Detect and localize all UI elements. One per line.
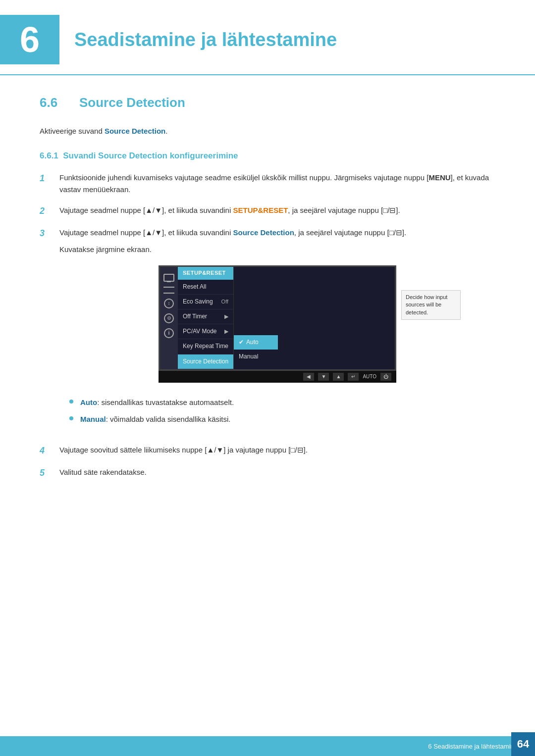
menu-wrapper: SETUP&RESET Reset All Eco SavingOff Off … [178,267,278,369]
source-detection-highlight: Source Detection [233,228,294,237]
info-icon: i [164,328,174,338]
bullet-auto-text: Auto: sisendallikas tuvastatakse automaa… [80,397,234,408]
subsection-title: Suvandi Source Detection konfigureerimin… [63,151,238,160]
monitor-bottom: ◀ ▼ ▲ ↵ AUTO ⏻ [159,371,396,383]
page-footer: 6 Seadistamine ja lähtestamine 64 [0,736,535,756]
menu-item-source-detection: Source Detection [178,354,233,369]
intro-paragraph: Aktiveerige suvand Source Detection. [40,125,495,137]
chapter-title: Seadistamine ja lähtestamine [74,29,337,50]
submenu-auto: ✔ Auto [234,335,278,350]
section-heading: 6.6 Source Detection [40,95,495,110]
bottom-label-auto: AUTO [363,373,376,381]
step-5: 5 Valitud säte rakendatakse. [40,466,495,480]
btn-enter: ↵ [348,373,359,381]
menu-sub: ✔ Auto Manual [233,267,278,369]
menu-item-timer: Off Timer▶ [178,309,233,324]
step-number-3: 3 [40,227,54,240]
menu-header: SETUP&RESET [178,267,233,280]
screen-container: ↕ ⚙ i [59,265,495,383]
step-number-2: 2 [40,204,54,218]
page-number: 64 [511,732,535,756]
menu-item-eco: Eco SavingOff [178,295,233,309]
gear-icon: ⚙ [164,313,174,323]
subsection-number: 6.6.1 [40,151,58,160]
intro-prefix: Aktiveerige suvand [40,127,105,135]
steps-list: 1 Funktsioonide juhendi kuvamiseks vajut… [40,172,495,480]
btn-up: ▲ [333,373,344,381]
sidebar-icons: ↕ ⚙ i [160,267,178,369]
menu-item-reset: Reset All [178,280,233,295]
menu-item-pcav: PC/AV Mode▶ [178,324,233,339]
step-text-3: Vajutage seadmel nuppe [▲/▼], et liikuda… [59,227,495,435]
chapter-number: 6 [0,15,59,64]
step-text-5: Valitud säte rakendatakse. [59,466,495,478]
subsection-heading: 6.6.1 Suvandi Source Detection konfigure… [40,151,495,161]
setup-reset-highlight: SETUP&RESET [233,206,288,214]
step-1: 1 Funktsioonide juhendi kuvamiseks vajut… [40,172,495,196]
step-2: 2 Vajutage seadmel nuppe [▲/▼], et liiku… [40,204,495,218]
main-content: 6.6 Source Detection Aktiveerige suvand … [0,95,535,529]
footer-chapter-ref: 6 Seadistamine ja lähtestamine [428,743,518,750]
step-4: 4 Vajutage soovitud sättele liikumiseks … [40,444,495,457]
section-number: 6.6 [40,95,69,110]
section-title: Source Detection [79,95,185,110]
bullet-auto: Auto: sisendallikas tuvastatakse automaa… [69,397,495,408]
bullet-manual-text: Manual: võimaldab valida sisendallika kä… [80,413,230,425]
step-number-1: 1 [40,172,54,185]
screen-tooltip: Decide how input sources will be detecte… [401,290,461,320]
step-text-1: Funktsioonide juhendi kuvamiseks vajutag… [59,172,495,196]
screen-image: ↕ ⚙ i [159,265,396,383]
menu-item-keyrepeat: Key Repeat Time [178,339,233,354]
step-text-4: Vajutage soovitud sättele liikumiseks nu… [59,444,495,456]
step-number-5: 5 [40,466,54,480]
bullet-dot-manual [69,416,73,420]
monitor-icon [163,274,174,282]
btn-down: ▼ [318,373,329,381]
intro-highlight: Source Detection [105,127,165,135]
btn-power: ⏻ [380,373,391,381]
step-3: 3 Vajutage seadmel nuppe [▲/▼], et liiku… [40,227,495,435]
bullet-dot-auto [69,400,73,403]
bullet-manual: Manual: võimaldab valida sisendallika kä… [69,413,495,425]
lines-icon [163,287,174,294]
monitor-frame: ↕ ⚙ i [159,265,396,371]
step-text-2: Vajutage seadmel nuppe [▲/▼], et liikuda… [59,204,495,216]
step-number-4: 4 [40,444,54,457]
bullet-list: Auto: sisendallikas tuvastatakse automaa… [69,397,495,425]
submenu-manual: Manual [234,350,278,364]
intro-suffix: . [165,127,167,135]
chapter-header: 6 Seadistamine ja lähtestamine [0,0,535,75]
btn-left: ◀ [303,373,314,381]
menu-main: SETUP&RESET Reset All Eco SavingOff Off … [178,267,233,369]
arrows-icon: ↕ [164,299,174,308]
